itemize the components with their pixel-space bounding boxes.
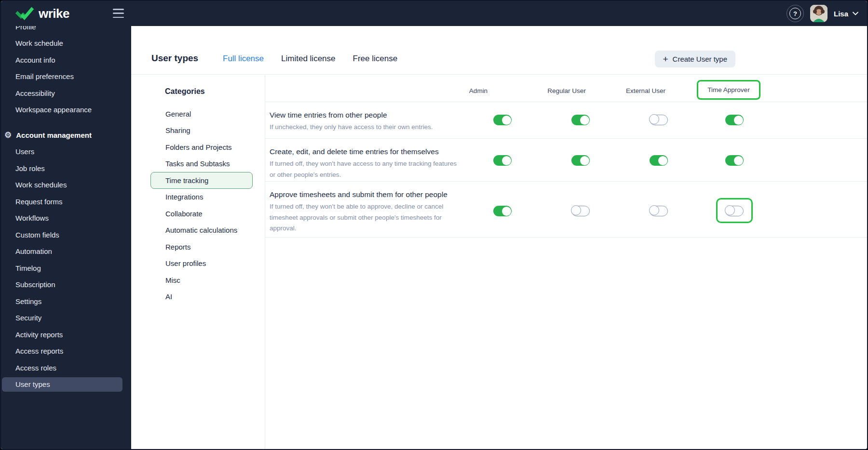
avatar-photo-icon [810,5,827,22]
wrike-check-icon [14,6,35,21]
category-ai[interactable]: AI [150,289,253,305]
sidebar-item-profile[interactable]: Profile [1,26,131,35]
category-misc[interactable]: Misc [150,272,253,289]
sidebar-item-settings[interactable]: Settings [1,293,131,310]
permission-text: Approve timesheets and submit them for o… [265,182,867,234]
chevron-down-icon[interactable] [853,12,858,15]
tab-limited-license[interactable]: Limited license [281,54,335,64]
help-button[interactable]: ? [787,5,804,22]
sidebar-item-access-reports[interactable]: Access reports [1,343,131,360]
sidebar-item-timelog[interactable]: Timelog [1,260,131,277]
table-row-approve-timesheets: Approve timesheets and submit them for o… [265,182,867,238]
sidebar-item-account-info[interactable]: Account info [1,52,131,68]
sidebar-item-security[interactable]: Security [1,310,131,327]
toggle-admin[interactable] [493,155,512,166]
permissions-table-header: Admin Regular User External User Time Ap… [265,75,867,102]
main-content: User types Full license Limited license … [131,26,867,449]
toggle-time-approver[interactable] [725,115,744,125]
permission-title: Create, edit, and delete time entries fo… [270,146,867,157]
topbar-right: ? Lisa [787,1,858,26]
column-admin: Admin [469,87,488,94]
permission-description: If unchecked, they only have access to t… [270,122,462,133]
time-approver-highlight-box: Time Approver [697,80,760,100]
toggle-regular-user[interactable] [571,115,590,125]
column-time-approver: Time Approver [707,86,749,93]
toggle-external-user[interactable] [650,115,668,125]
table-row-view-time-entries: View time entries from other people If u… [265,102,867,139]
category-folders-and-projects[interactable]: Folders and Projects [150,139,253,156]
tab-free-license[interactable]: Free license [353,54,398,64]
topbar: wrike ? Lisa [1,1,867,26]
plus-icon: + [663,54,668,64]
create-user-type-button[interactable]: + Create User type [655,51,736,67]
permission-title: Approve timesheets and submit them for o… [270,189,867,200]
permission-description: If turned off, they won't be able to app… [270,201,462,234]
toggle-admin[interactable] [493,115,512,125]
toggle-regular-user[interactable] [571,155,590,166]
sidebar-item-job-roles[interactable]: Job roles [1,160,131,177]
sidebar-item-work-schedule[interactable]: Work schedule [1,35,131,52]
sidebar-item-users[interactable]: Users [1,144,131,160]
settings-sidebar: Profile Work schedule Account info Email… [1,26,131,449]
sidebar-item-user-types[interactable]: User types [2,377,122,392]
category-sharing[interactable]: Sharing [150,122,253,139]
avatar[interactable] [810,5,827,22]
toggle-admin[interactable] [493,206,512,216]
permission-title: View time entries from other people [270,110,867,120]
brand-name: wrike [39,6,69,21]
categories-title: Categories [165,87,205,96]
permission-text: Create, edit, and delete time entries fo… [265,139,867,180]
gear-icon: ⚙ [4,131,12,139]
sidebar-item-custom-fields[interactable]: Custom fields [1,226,131,243]
category-time-tracking[interactable]: Time tracking [150,172,253,189]
category-reports[interactable]: Reports [150,238,253,255]
category-user-profiles[interactable]: User profiles [150,255,253,272]
sidebar-item-workflows[interactable]: Workflows [1,210,131,227]
section-label: Account management [16,131,92,139]
sidebar-item-activity-reports[interactable]: Activity reports [1,326,131,343]
app-window: wrike ? Lisa [0,0,868,450]
sidebar-item-subscription[interactable]: Subscription [1,277,131,293]
toggle-external-user[interactable] [650,206,668,216]
time-approver-toggle-highlight-box [716,198,753,223]
toggle-external-user[interactable] [650,155,668,166]
wrike-logo: wrike [1,6,69,21]
question-icon: ? [789,8,801,19]
column-regular-user: Regular User [547,87,586,94]
categories-panel: Categories General Sharing Folders and P… [131,75,265,449]
category-general[interactable]: General [150,106,253,122]
toggle-time-approver[interactable] [725,155,744,166]
permission-text: View time entries from other people If u… [265,102,867,133]
user-name[interactable]: Lisa [834,10,848,18]
sidebar-item-access-roles[interactable]: Access roles [1,359,131,376]
toggle-regular-user[interactable] [571,206,590,216]
sidebar-item-work-schedules[interactable]: Work schedules [1,177,131,194]
category-automatic-calculations[interactable]: Automatic calculations [150,222,253,239]
category-integrations[interactable]: Integrations [150,189,253,206]
sidebar-item-accessibility[interactable]: Accessibility [1,85,131,102]
menu-icon[interactable] [113,9,124,18]
sidebar-section-account-management[interactable]: ⚙ Account management [1,127,131,144]
sidebar-item-workspace-appearance[interactable]: Workspace appearance [1,102,131,119]
sidebar-item-email-preferences[interactable]: Email preferences [1,68,131,85]
sidebar-item-request-forms[interactable]: Request forms [1,193,131,210]
page-title: User types [151,53,198,64]
category-collaborate[interactable]: Collaborate [150,205,253,222]
table-row-create-edit-delete: Create, edit, and delete time entries fo… [265,139,867,182]
create-button-label: Create User type [673,55,727,63]
category-tasks-and-subtasks[interactable]: Tasks and Subtasks [150,156,253,172]
column-external-user: External User [626,87,665,94]
sidebar-item-automation[interactable]: Automation [1,243,131,260]
tab-full-license[interactable]: Full license [223,54,264,64]
license-tabs: Full license Limited license Free licens… [223,54,397,64]
permission-description: If turned off, they won't have access to… [270,159,462,180]
